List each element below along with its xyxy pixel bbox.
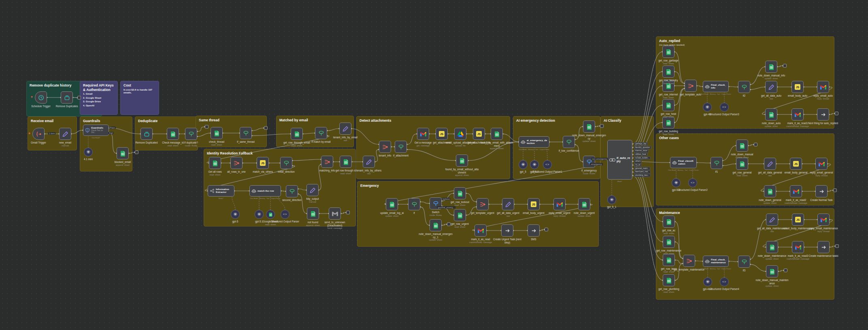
all_rows_in_one[interactable] [230,157,243,169]
check_thread[interactable] [211,127,223,139]
endcap_j[interactable] [835,112,838,115]
gmail_trigger[interactable] [32,128,45,140]
endcap_e[interactable] [264,126,268,130]
matching_info[interactable] [321,156,333,168]
match_the_row[interactable]: match the row [249,185,281,197]
get_attachment_link[interactable]: JS [473,128,485,140]
endcap_n[interactable] [784,269,787,272]
if_auto_reply[interactable]: if_auto_reply [607,140,632,180]
get_row_ac[interactable] [663,216,675,228]
if3[interactable] [738,256,750,268]
get_row_through_email[interactable] [291,128,303,140]
if_match_by_email[interactable] [315,127,327,139]
if1[interactable] [711,157,723,169]
final_classification[interactable]: Final_classification [670,157,697,168]
note_down_manual_emergency_1[interactable] [430,219,442,231]
email_body_maintenance[interactable]: JS [792,214,804,226]
get_row_urgent[interactable] [454,209,466,221]
create_urgent_task[interactable] [501,224,513,237]
blocked_email[interactable] [117,147,129,159]
get_all_data_auto[interactable] [765,81,777,93]
match_via_others[interactable]: JS [257,157,269,169]
final_check_info[interactable]: Final_check_info [703,81,729,92]
get_row_building[interactable] [662,116,674,129]
endcap_f[interactable] [600,124,604,128]
gpt4o_circle[interactable]: ✳ [703,103,712,112]
get_template_auto[interactable] [685,80,697,92]
found_with[interactable] [491,128,503,140]
get_row_general[interactable] [736,158,748,170]
gpt4o1_circle[interactable]: ✳ [703,277,712,286]
note_down_urgent[interactable] [578,198,590,210]
note_down_auto[interactable] [765,108,777,121]
mark_it_as_read2[interactable] [790,185,802,197]
get_row_laundry[interactable] [662,66,674,78]
if_same_thread[interactable] [240,127,252,139]
endcap_k[interactable] [754,143,757,146]
reply_email_auto[interactable] [817,81,829,93]
if_duplicate[interactable] [185,128,197,140]
note_down_manual_emergency[interactable] [583,121,595,133]
new_email[interactable] [59,128,71,140]
email_body_auto[interactable]: JS [791,81,804,93]
workflow-canvas[interactable]: Remove duplicate historyRequired API Key… [0,0,868,330]
guardrails[interactable]: GuardrailsCheck Text for Viol... [83,125,109,136]
gpt51_b[interactable]: ✳ [530,160,539,169]
get_all_data_general[interactable] [764,158,776,170]
get_all_rows[interactable] [209,157,221,169]
note_down_maintenance[interactable] [766,241,778,253]
get_attachment[interactable]: JS [436,128,448,140]
endcap_c[interactable] [346,211,350,214]
if_low_confidence[interactable] [563,136,575,148]
note_down_manual[interactable] [736,140,748,152]
final_check_maintenance[interactable]: Final_check_maintenance [703,256,729,267]
endcap_l[interactable] [833,188,837,192]
sms[interactable] [528,224,540,237]
reply_email_general[interactable] [815,158,828,170]
gpt51_d[interactable]: ✳ [672,178,681,187]
execute-trigger-icon[interactable]: + [28,131,30,135]
found_without[interactable] [456,154,468,167]
send_to_unknown[interactable] [329,207,341,220]
tenant_info_by_email[interactable] [339,123,351,135]
get_row_plumbing[interactable] [663,274,675,286]
note_down_manual_maintenance[interactable] [766,265,778,277]
gpt51_circle[interactable]: ✳ [255,210,264,219]
information_extractor[interactable]: Information Extractor [208,185,234,197]
endcap_a[interactable] [77,96,81,99]
mark_it_as_read3[interactable] [792,241,804,253]
get_template_maintenance[interactable] [683,255,695,267]
reply_email_maintenance[interactable] [817,214,830,226]
if_emergency[interactable] [583,156,595,168]
endcap_g[interactable] [447,222,451,226]
gpt5_b[interactable]: ✳ [519,160,528,169]
sop3_circle[interactable]: <> [720,103,729,112]
endcap_d[interactable] [205,125,208,129]
get_row_lockout[interactable] [454,187,466,199]
second_direction[interactable] [286,185,298,197]
tenant_info[interactable] [379,141,391,153]
create_normal_task[interactable] [815,185,828,197]
note_down_general[interactable] [764,185,776,197]
sop4_circle[interactable]: <> [720,277,729,286]
get_all_data_maintenance[interactable] [766,214,778,226]
email_upload_attachment[interactable] [454,128,466,140]
get_row_garbage[interactable] [662,46,674,58]
endcap_b[interactable] [135,150,138,154]
email_body_general[interactable]: JS [790,158,802,170]
get_row_internet[interactable] [662,80,674,92]
get_template_urgent[interactable] [477,198,489,210]
sop2_circle[interactable]: <> [688,178,697,187]
sop1_circle[interactable]: <> [543,160,552,169]
get_all_data_urgent[interactable] [502,198,514,210]
if2[interactable] [738,81,750,93]
if_small[interactable] [408,198,420,210]
get_row_through_id[interactable] [340,156,352,168]
gsheet_circle[interactable] [266,210,275,219]
update_email_log_ai[interactable] [386,198,398,210]
get_row_lawn[interactable] [663,254,675,266]
schedule_trigger[interactable] [35,91,47,104]
ai_emergency_detection[interactable]: ai_emergency_detection [519,136,549,148]
switch_node[interactable] [430,197,442,209]
create_maintenance_tasks[interactable] [817,241,830,253]
